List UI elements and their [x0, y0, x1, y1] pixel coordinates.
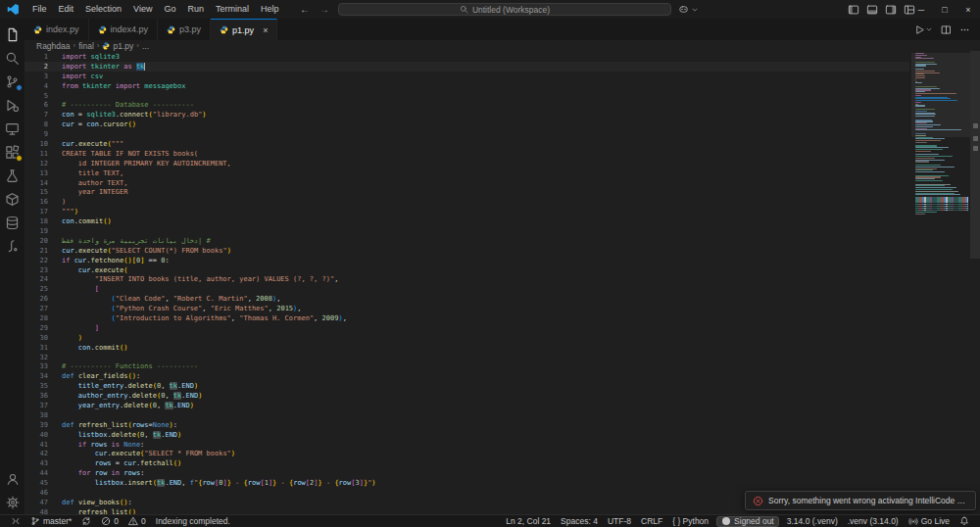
- status-0[interactable]: 0: [96, 515, 123, 527]
- command-center-search[interactable]: Untitled (Workspace): [338, 3, 671, 16]
- status-utf-8[interactable]: UTF-8: [603, 515, 636, 527]
- notification-toast[interactable]: Sorry, something went wrong activating I…: [745, 491, 976, 510]
- status-crlf[interactable]: CRLF: [636, 515, 667, 527]
- activity-database-icon[interactable]: [0, 211, 24, 234]
- more-actions-icon[interactable]: [959, 24, 970, 35]
- close-window-button[interactable]: ×: [956, 0, 980, 19]
- status-3-14-0-venv[interactable]: 3.14.0 (.venv): [782, 515, 843, 527]
- code-line[interactable]: 24 "INSERT INTO books (title, author, ye…: [24, 274, 909, 284]
- status-indexing-completed[interactable]: Indexing completed.: [151, 515, 235, 527]
- code-line[interactable]: 20# إدخال بيانات تجريبية مرة واحدة فقط: [24, 236, 909, 246]
- code-line[interactable]: 45 listbox.insert(tk.END, f"{row[0]} - {…: [24, 478, 909, 488]
- status-spaces-4[interactable]: Spaces: 4: [556, 515, 603, 527]
- code-line[interactable]: 4from tkinter import messagebox: [24, 81, 909, 91]
- code-line[interactable]: 15 year INTEGER: [24, 187, 909, 197]
- code-line[interactable]: 32: [24, 353, 909, 362]
- status-0[interactable]: 0: [123, 515, 151, 527]
- code-line[interactable]: 40 listbox.delete(0, tk.END): [24, 430, 909, 440]
- activity-account-icon[interactable]: [0, 467, 24, 491]
- code-line[interactable]: 34def clear_fields():: [24, 371, 909, 381]
- forward-arrow-icon[interactable]: →: [319, 4, 329, 15]
- code-line[interactable]: 25 [: [24, 284, 909, 294]
- breadcrumb-item-Raghdaa[interactable]: Raghdaa: [36, 41, 71, 51]
- status-python[interactable]: { } Python: [667, 515, 713, 527]
- code-line[interactable]: 14 author TEXT,: [24, 178, 909, 188]
- tab-index4.py[interactable]: index4.py: [89, 19, 159, 40]
- code-line[interactable]: 33# ---------- Functions ----------: [24, 362, 909, 372]
- activity-run-debug-icon[interactable]: [0, 93, 24, 117]
- activity-testing-icon[interactable]: [0, 164, 24, 187]
- activity-remote-explorer-icon[interactable]: [0, 117, 24, 140]
- minimize-button[interactable]: ─: [909, 0, 933, 19]
- status-bell[interactable]: [955, 515, 974, 527]
- activity-explorer-icon[interactable]: [0, 23, 24, 46]
- code-line[interactable]: 9: [24, 129, 909, 139]
- tab-p1.py[interactable]: p1.py×: [211, 19, 277, 40]
- activity-extensions-icon[interactable]: [0, 140, 24, 164]
- status-go-live[interactable]: Go Live: [904, 515, 955, 527]
- code-line[interactable]: 26 ("Clean Code", "Robert C. Martin", 20…: [24, 294, 909, 304]
- activity-source-control-icon[interactable]: [0, 70, 24, 93]
- menu-selection[interactable]: Selection: [79, 0, 127, 19]
- code-line[interactable]: 28 ("Introduction to Algorithms", "Thoma…: [24, 313, 909, 323]
- layout-sidebar-right-icon[interactable]: [885, 4, 897, 16]
- layout-sidebar-left-icon[interactable]: [848, 4, 859, 16]
- scrollbar-thumb[interactable]: [970, 51, 980, 259]
- code-line[interactable]: 13 title TEXT,: [24, 168, 909, 178]
- code-line[interactable]: 42 cur.execute("SELECT * FROM books"): [24, 450, 909, 459]
- code-line[interactable]: 35 title_entry.delete(0, tk.END): [24, 381, 909, 391]
- menu-run[interactable]: Run: [181, 0, 210, 19]
- copilot-menu[interactable]: [678, 3, 699, 16]
- code-line[interactable]: 10cur.execute(""": [24, 139, 909, 149]
- code-line[interactable]: 43 rows = cur.fetchall(): [24, 458, 909, 468]
- menu-go[interactable]: Go: [158, 0, 181, 19]
- menu-help[interactable]: Help: [255, 0, 285, 19]
- code-line[interactable]: 36 author_entry.delete(0, tk.END): [24, 391, 909, 401]
- code-line[interactable]: 7con = sqlite3.connect("library.db"): [24, 110, 909, 120]
- status-master[interactable]: master*: [25, 515, 76, 527]
- code-line[interactable]: 27 ("Python Crash Course", "Eric Matthes…: [24, 304, 909, 313]
- menu-edit[interactable]: Edit: [53, 0, 80, 19]
- activity-search-icon[interactable]: [0, 46, 24, 70]
- breadcrumb-item-final[interactable]: final: [78, 41, 94, 51]
- code-line[interactable]: 6# ---------- Database ----------: [24, 100, 909, 110]
- back-arrow-icon[interactable]: ←: [300, 4, 310, 15]
- split-editor-icon[interactable]: [941, 24, 952, 35]
- maximize-button[interactable]: □: [933, 0, 956, 19]
- code-line[interactable]: 16): [24, 197, 909, 207]
- tab-p3.py[interactable]: p3.py: [158, 19, 211, 40]
- run-python-file-button[interactable]: [914, 24, 933, 35]
- activity-misc-extension-icon[interactable]: [0, 234, 24, 258]
- status-ln-2-col-21[interactable]: Ln 2, Col 21: [501, 515, 556, 527]
- code-line[interactable]: 21cur.execute("SELECT COUNT(*) FROM book…: [24, 246, 909, 256]
- code-line[interactable]: 3import csv: [24, 72, 909, 81]
- breadcrumb-item-p1py[interactable]: p1.py: [102, 41, 133, 51]
- breadcrumb-item-[interactable]: ...: [142, 41, 149, 51]
- code-line[interactable]: 37 year_entry.delete(0, tk.END): [24, 401, 909, 410]
- status-signed-out[interactable]: Signed out: [716, 516, 779, 527]
- menu-file[interactable]: File: [26, 0, 53, 19]
- code-line[interactable]: 18con.commit(): [24, 216, 909, 226]
- code-line[interactable]: 5: [24, 91, 909, 101]
- menu-terminal[interactable]: Terminal: [210, 0, 255, 19]
- code-line[interactable]: 11CREATE TABLE IF NOT EXISTS books(: [24, 149, 909, 159]
- code-line[interactable]: 31 con.commit(): [24, 343, 909, 353]
- code-line[interactable]: 44 for row in rows:: [24, 468, 909, 478]
- code-line[interactable]: 41 if rows is None:: [24, 440, 909, 450]
- layout-panel-icon[interactable]: [866, 4, 878, 16]
- code-line[interactable]: 17"""): [24, 207, 909, 216]
- scrollbar[interactable]: [970, 51, 980, 514]
- close-tab-icon[interactable]: ×: [263, 25, 268, 35]
- code-editor[interactable]: 1import sqlite32import tkinter as tk3imp…: [24, 51, 980, 514]
- status-sync[interactable]: [76, 515, 96, 527]
- code-line[interactable]: 1import sqlite3: [24, 52, 909, 62]
- minimap[interactable]: [911, 53, 970, 514]
- code-line[interactable]: 38: [24, 410, 909, 420]
- code-line[interactable]: 22if cur.fetchone()[0] == 0:: [24, 256, 909, 265]
- status-venv-3-14-0[interactable]: .venv (3.14.0): [843, 515, 904, 527]
- menu-view[interactable]: View: [127, 0, 158, 19]
- tab-index.py[interactable]: index.py: [24, 19, 89, 40]
- code-line[interactable]: 30 ): [24, 333, 909, 343]
- code-line[interactable]: 23 cur.execute(: [24, 265, 909, 275]
- code-line[interactable]: 19: [24, 226, 909, 236]
